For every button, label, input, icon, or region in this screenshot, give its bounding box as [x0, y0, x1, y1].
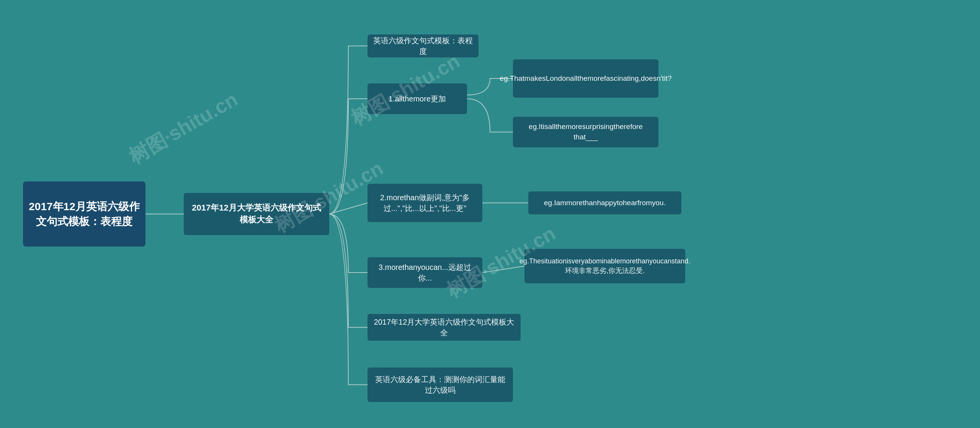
morethanyoucan-node: 3.morethanyoucan...远超过你...	[368, 257, 482, 288]
root-label: 2017年12月英语六级作文句式模板：表程度	[28, 199, 140, 229]
bottom1-node: 2017年12月大学英语六级作文句式模板大全	[368, 314, 521, 341]
connector-lines	[0, 0, 980, 428]
eg4-node: eg.Thesituationisveryabominablemorethany…	[524, 249, 685, 283]
root-node: 2017年12月英语六级作文句式模板：表程度	[23, 181, 145, 247]
eg1-node: eg.ThatmakesLondonallthemorefascinating,…	[513, 59, 658, 98]
morethan-node: 2.morethan做副词,意为"多过...","比...以上","比...更"	[368, 184, 482, 222]
level1-node: 2017年12月大学英语六级作文句式模板大全	[184, 193, 329, 235]
svg-line-3	[482, 266, 524, 273]
eg3-node: eg.Iammorethanhappytohearfromyou.	[528, 191, 681, 214]
top-label: 英语六级作文句式模板：表程度	[373, 35, 473, 57]
morethan-label: 2.morethan做副词,意为"多过...","比...以上","比...更"	[373, 192, 477, 214]
morethanyoucan-label: 3.morethanyoucan...远超过你...	[373, 262, 477, 283]
allthemore-label: 1.allthemore更加	[389, 93, 446, 104]
allthemore-node: 1.allthemore更加	[368, 83, 467, 114]
eg2-node: eg.Itisallthemoresurprisingtherefore tha…	[513, 117, 658, 147]
bottom2-node: 英语六级必备工具：测测你的词汇量能过六级吗	[368, 368, 513, 402]
svg-line-1	[329, 203, 368, 214]
eg4-label: eg.Thesituationisveryabominablemorethany…	[519, 256, 690, 276]
bottom2-label: 英语六级必备工具：测测你的词汇量能过六级吗	[373, 374, 508, 395]
eg3-label: eg.Iammorethanhappytohearfromyou.	[544, 198, 666, 208]
watermark-layer: 树图·shitu.cn 树图·shitu.cn 树图·shitu.cn 树图·s…	[0, 0, 980, 428]
eg1-label: eg.ThatmakesLondonallthemorefascinating,…	[500, 74, 671, 84]
top-node: 英语六级作文句式模板：表程度	[368, 34, 479, 57]
eg2-label: eg.Itisallthemoresurprisingtherefore tha…	[518, 122, 653, 142]
watermark-1: 树图·shitu.cn	[124, 86, 243, 170]
bottom1-label: 2017年12月大学英语六级作文句式模板大全	[373, 317, 515, 338]
level1-label: 2017年12月大学英语六级作文句式模板大全	[189, 202, 324, 226]
mindmap-container: 2017年12月英语六级作文句式模板：表程度 2017年12月大学英语六级作文句…	[0, 0, 980, 428]
